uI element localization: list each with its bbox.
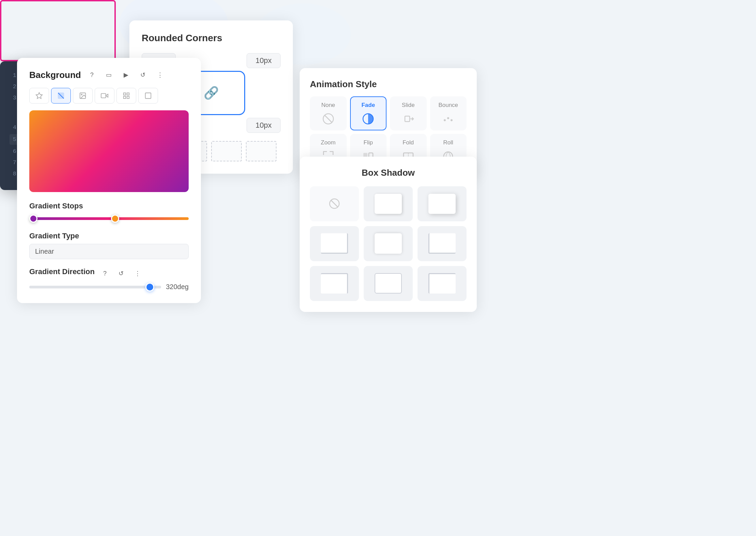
svg-rect-5 xyxy=(101,94,106,98)
cursor-icon[interactable]: ▶ xyxy=(120,69,132,81)
none-icon xyxy=(321,111,336,126)
shadow-center-preview xyxy=(375,233,402,254)
shadow-br-preview xyxy=(321,233,348,254)
shadow-outline-preview xyxy=(375,273,402,294)
anim-fade[interactable]: Fade xyxy=(350,96,387,130)
direction-value: 320deg xyxy=(166,283,189,291)
gradient-type-value[interactable]: Linear xyxy=(29,244,189,259)
shadow-br-option[interactable] xyxy=(310,226,359,261)
svg-line-25 xyxy=(331,200,338,207)
bounce-icon xyxy=(441,111,456,126)
shadow-tl-preview xyxy=(428,273,456,294)
svg-line-12 xyxy=(325,115,332,122)
mobile-icon[interactable]: ▭ xyxy=(103,69,115,81)
box-shadow-title: Box Shadow xyxy=(310,168,467,178)
gradient-tool[interactable] xyxy=(51,88,71,104)
shadow-none-option[interactable] xyxy=(310,186,359,221)
svg-point-3 xyxy=(81,94,82,95)
shadow-tr-preview xyxy=(321,273,348,294)
shape-tool[interactable] xyxy=(138,88,158,104)
shadow-outline-option[interactable] xyxy=(364,266,413,301)
direction-thumb[interactable] xyxy=(145,283,154,291)
slider-thumb-left[interactable] xyxy=(29,215,37,223)
slider-track xyxy=(29,217,189,220)
image-tool[interactable] xyxy=(73,88,93,104)
svg-rect-7 xyxy=(127,93,129,95)
direction-more-icon[interactable]: ⋮ xyxy=(131,267,144,280)
svg-point-18 xyxy=(451,119,453,121)
anim-bounce-label: Bounce xyxy=(438,102,458,109)
anim-slide[interactable]: Slide xyxy=(390,96,427,130)
gradient-type-label: Gradient Type xyxy=(29,232,189,240)
more-icon[interactable]: ⋮ xyxy=(154,69,166,81)
svg-rect-14 xyxy=(405,116,410,122)
fade-icon xyxy=(361,111,376,126)
svg-point-17 xyxy=(447,117,449,119)
svg-point-16 xyxy=(444,119,446,121)
anim-roll-label: Roll xyxy=(443,139,453,146)
paint-tool[interactable] xyxy=(29,88,49,104)
shadow-sm-preview xyxy=(375,194,402,214)
undo-icon[interactable]: ↺ xyxy=(137,69,149,81)
anim-fade-label: Fade xyxy=(361,102,375,109)
gradient-stops-slider xyxy=(29,215,189,222)
slide-icon xyxy=(401,111,416,126)
corner-top-right[interactable]: 10px xyxy=(247,53,281,68)
slider-thumb-right[interactable] xyxy=(111,215,119,223)
pink-border-box xyxy=(0,0,116,61)
svg-rect-10 xyxy=(145,93,151,99)
svg-rect-6 xyxy=(124,93,126,95)
corner-bottom-right[interactable]: 10px xyxy=(247,118,281,133)
shadow-bl-option[interactable] xyxy=(418,226,467,261)
box-shadow-panel: Box Shadow xyxy=(300,157,477,312)
shadow-bl-preview xyxy=(428,233,456,254)
svg-rect-9 xyxy=(127,96,129,98)
shadow-sm-option[interactable] xyxy=(364,186,413,221)
bg-toolbar xyxy=(29,88,189,104)
svg-rect-8 xyxy=(124,96,126,98)
direction-help-icon[interactable]: ? xyxy=(99,267,111,280)
svg-marker-4 xyxy=(106,94,108,97)
gradient-stops-label: Gradient Stops xyxy=(29,202,189,210)
anim-zoom-label: Zoom xyxy=(321,139,335,146)
gradient-preview xyxy=(29,110,189,192)
anim-none[interactable]: None xyxy=(310,96,347,130)
anim-bounce[interactable]: Bounce xyxy=(430,96,467,130)
video-tool[interactable] xyxy=(95,88,114,104)
corner-sub-3[interactable] xyxy=(211,141,242,161)
pattern-tool[interactable] xyxy=(116,88,136,104)
anim-flip-label: Flip xyxy=(364,139,373,146)
background-panel: Background ? ▭ ▶ ↺ ⋮ Gradient Stops xyxy=(17,58,201,303)
anim-slide-label: Slide xyxy=(402,102,415,109)
help-icon[interactable]: ? xyxy=(86,69,98,81)
background-title: Background xyxy=(29,70,81,80)
direction-undo-icon[interactable]: ↺ xyxy=(115,267,127,280)
gradient-direction-label: Gradient Direction xyxy=(29,267,95,276)
shadow-tr-option[interactable] xyxy=(310,266,359,301)
rounded-corners-title: Rounded Corners xyxy=(142,33,281,44)
anim-fold-label: Fold xyxy=(403,139,414,146)
shadow-md-preview xyxy=(428,194,456,214)
link-icon: 🔗 xyxy=(204,86,219,100)
direction-track xyxy=(29,286,161,288)
corner-sub-4[interactable] xyxy=(246,141,277,161)
shadow-md-option[interactable] xyxy=(418,186,467,221)
anim-none-label: None xyxy=(321,102,335,109)
shadow-center-option[interactable] xyxy=(364,226,413,261)
animation-title: Animation Style xyxy=(310,79,467,90)
shadow-grid xyxy=(310,186,467,301)
shadow-tl-option[interactable] xyxy=(418,266,467,301)
